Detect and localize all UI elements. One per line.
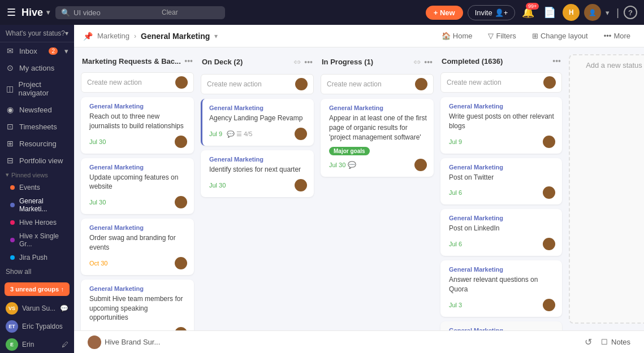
card-backlog-1[interactable]: General Marketing Update upcoming featur… [81,158,194,215]
portfolio-label: Portfolio view [19,156,63,165]
hive-single-gr-dot [10,238,15,242]
sidebar-item-jira-push[interactable]: Jira Push [0,251,74,264]
sidebar-item-portfolio-view[interactable]: ⊟ Portfolio view [0,152,74,169]
varun-status-icon: 💬 [60,304,68,312]
col-on-deck-more-icon[interactable]: ••• [304,58,313,67]
dm-item-eric[interactable]: ET Eric Typaldos [0,317,74,335]
card-backlog-3[interactable]: General Marketing Submit Hive team membe… [81,280,194,330]
create-action-in-progress[interactable]: Create new action [321,74,434,94]
col-in-progress-resize-icon[interactable]: ⇔ [413,56,421,67]
card-backlog-0[interactable]: General Marketing Reach out to three new… [81,97,194,154]
more-button[interactable]: ••• More [599,30,635,42]
card-title: Appear in at least one of the first page… [329,114,427,142]
clear-button[interactable]: Clear [162,8,178,16]
search-input[interactable] [74,8,158,17]
user-dropdown-icon[interactable]: ▾ [606,8,610,17]
create-action-completed[interactable]: Create new action [440,72,562,93]
sidebar-item-hive-single-gr[interactable]: Hive x Single Gr... [0,229,74,251]
filters-button[interactable]: ▽ Filters [483,30,520,42]
sidebar-item-newsfeed[interactable]: ◉ Newsfeed [0,101,74,118]
card-completed-2[interactable]: General Marketing Post on LinkedIn Jul 6 [440,209,562,256]
sidebar-item-hive-heroes[interactable]: Hive Heroes [0,216,74,229]
notification-badge: 99+ [526,3,539,10]
varun-avatar: VS [6,302,18,315]
card-date: Jul 30 [89,199,106,206]
sidebar-item-project-navigator[interactable]: ◫ Project navigator [0,76,74,101]
notifications-button[interactable]: 🔔 99+ [520,4,537,21]
col-backlog-more-icon[interactable]: ••• [184,56,193,66]
breadcrumb-dropdown-icon[interactable]: ▾ [214,32,218,40]
dm-item-erin[interactable]: E Erin 🖊 [0,335,74,353]
sidebar-item-resourcing[interactable]: ⊞ Resourcing [0,135,74,152]
sidebar-item-events[interactable]: Events [0,181,74,194]
card-on-deck-0[interactable]: General Marketing Agency Landing Page Re… [201,99,314,146]
invite-label: Invite [475,8,492,17]
brand-survey-avatar [88,335,101,349]
inbox-expand-icon[interactable]: ▾ [64,47,68,55]
pinned-views-header[interactable]: ▾ Pinned views [0,169,74,181]
breadcrumb-parent[interactable]: Marketing [97,32,129,40]
sidebar-item-inbox[interactable]: ✉ Inbox 2 ▾ [0,42,74,59]
card-completed-1[interactable]: General Marketing Post on Twitter Jul 6 [440,158,562,205]
events-label: Events [19,184,40,191]
column-completed: Completed (1636) ••• Create new action G… [440,54,562,324]
show-all-button[interactable]: Show all [0,264,74,279]
card-title: Submit Hive team members for upcoming sp… [89,294,187,323]
col-on-deck-resize-icon[interactable]: ⇔ [293,56,301,67]
new-button[interactable]: + New [426,6,463,20]
user-avatar[interactable]: 👤 [584,4,601,21]
card-avatar [175,196,187,208]
card-completed-4[interactable]: General Marketing Publish a blog pos... [440,321,562,330]
sidebar-item-general-marketing[interactable]: General Marketi... [0,194,74,216]
card-date: Jul 9 [209,130,222,137]
logo-dropdown-icon[interactable]: ▾ [46,8,50,16]
add-status-button[interactable]: Add a new status [569,54,644,324]
sidebar-item-timesheets[interactable]: ⊡ Timesheets [0,118,74,135]
history-icon[interactable]: ↺ [585,337,592,347]
hamburger-icon[interactable]: ☰ [7,6,16,19]
card-completed-0[interactable]: General Marketing Write guest posts on o… [440,97,562,154]
card-in-progress-0[interactable]: General Marketing Appear in at least one… [321,99,434,177]
card-avatar [543,186,555,199]
brand-survey-item[interactable]: Hive Brand Sur... [81,332,167,352]
topbar: ☰ Hive ▾ 🔍 Clear + New Invite 👤+ 🔔 99+ 📄… [0,0,644,25]
change-layout-button[interactable]: ⊞ Change layout [528,30,593,42]
search-icon: 🔍 [61,8,70,17]
create-action-on-deck-label: Create new action [207,80,262,88]
sidebar-item-my-actions[interactable]: ⊙ My actions [0,59,74,76]
card-footer: Jul 6 [449,238,555,250]
eric-avatar: ET [6,320,18,333]
status-row[interactable]: What's your status? ▾ [0,25,74,42]
inbox-label: Inbox [19,47,37,55]
home-icon: 🏠 [442,32,451,40]
col-completed-more-icon[interactable]: ••• [552,56,561,66]
documents-button[interactable]: 📄 [541,4,558,21]
card-avatar [543,136,555,148]
create-action-backlog-avatar [175,76,188,89]
logo: Hive ▾ [21,7,50,19]
create-action-backlog[interactable]: Create new action [81,72,194,93]
breadcrumb-current: General Marketing [141,32,210,41]
home-button[interactable]: 🏠 Home [437,30,477,42]
create-action-on-deck[interactable]: Create new action [201,74,314,94]
breadcrumb-arrow: › [134,32,136,40]
card-completed-3[interactable]: General Marketing Answer relevant questi… [440,260,562,317]
card-on-deck-1[interactable]: General Marketing Identify stories for n… [201,150,314,197]
col-in-progress-title: In Progress (1) [322,58,373,66]
help-button[interactable]: ? [624,6,637,19]
main-area: What's your status? ▾ ✉ Inbox 2 ▾ ⊙ My a… [0,25,644,353]
card-comment-icon: 💬 [348,161,356,169]
content-area: 📌 Marketing › General Marketing ▾ 🏠 Home… [74,25,644,353]
create-action-in-progress-label: Create new action [327,80,382,88]
card-project: General Marketing [89,103,187,110]
workspace-avatar[interactable]: H [563,4,580,21]
invite-button[interactable]: Invite 👤+ [468,5,516,20]
col-in-progress-more-icon[interactable]: ••• [424,58,433,67]
dm-item-varun[interactable]: VS Varun Su... 💬 [0,299,74,317]
card-backlog-2[interactable]: General Marketing Order swag and brandin… [81,219,194,275]
status-dropdown-icon: ▾ [65,29,68,37]
more-icon: ••• [604,32,612,40]
notes-button[interactable]: ☐ Notes [594,334,637,350]
unread-groups-button[interactable]: 3 unread groups ↑ [5,282,70,296]
card-date: Jul 30 [329,162,345,168]
